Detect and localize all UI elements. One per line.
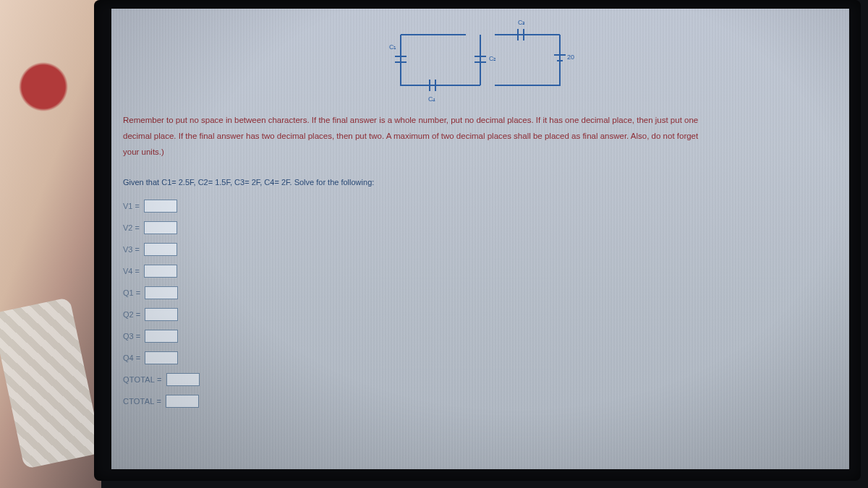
label-c2: C₂	[489, 55, 497, 62]
input-ctotal[interactable]	[166, 395, 199, 408]
input-v1[interactable]	[144, 200, 177, 213]
label-v1: V1 =	[123, 202, 140, 210]
row-ctotal: CTOTAL =	[123, 395, 838, 408]
answer-fields: V1 = V2 = V3 = V4 = Q1 = Q2 = Q3 = Q4 =	[123, 200, 838, 408]
input-v4[interactable]	[144, 265, 177, 278]
row-q2: Q2 =	[123, 308, 838, 321]
row-q3: Q3 =	[123, 330, 838, 343]
input-q4[interactable]	[145, 351, 178, 364]
row-v3: V3 =	[123, 243, 838, 256]
quiz-screen: C₁ C₂ C₃ C₄ 20V Remember to put no space…	[111, 9, 849, 469]
label-source: 20V	[567, 53, 574, 61]
desk-background-left	[0, 0, 101, 488]
label-v4: V4 =	[123, 267, 140, 275]
input-q1[interactable]	[145, 286, 178, 299]
input-qtotal[interactable]	[166, 373, 200, 386]
label-qtotal: QTOTAL =	[123, 375, 162, 384]
label-q4: Q4 =	[123, 354, 140, 362]
instructions-text: Remember to put no space in between char…	[123, 113, 716, 160]
label-q1: Q1 =	[123, 288, 140, 297]
row-qtotal: QTOTAL =	[123, 373, 838, 386]
label-ctotal: CTOTAL =	[123, 397, 161, 406]
row-v1: V1 =	[123, 200, 838, 213]
label-c3: C₃	[518, 19, 526, 26]
label-q3: Q3 =	[123, 332, 140, 341]
label-v3: V3 =	[123, 245, 140, 254]
row-v4: V4 =	[123, 265, 838, 278]
circuit-diagram: C₁ C₂ C₃ C₄ 20V	[386, 13, 574, 107]
label-c1: C₁	[389, 43, 397, 51]
given-text: Given that C1= 2.5F, C2= 1.5F, C3= 2F, C…	[123, 178, 838, 187]
row-q4: Q4 =	[123, 351, 838, 364]
row-q1: Q1 =	[123, 286, 838, 299]
input-q3[interactable]	[145, 330, 178, 343]
input-q2[interactable]	[145, 308, 178, 321]
input-v2[interactable]	[144, 221, 177, 234]
label-v2: V2 =	[123, 223, 140, 232]
row-v2: V2 =	[123, 221, 838, 234]
label-q2: Q2 =	[123, 310, 140, 319]
label-c4: C₄	[428, 95, 436, 103]
input-v3[interactable]	[144, 243, 177, 256]
